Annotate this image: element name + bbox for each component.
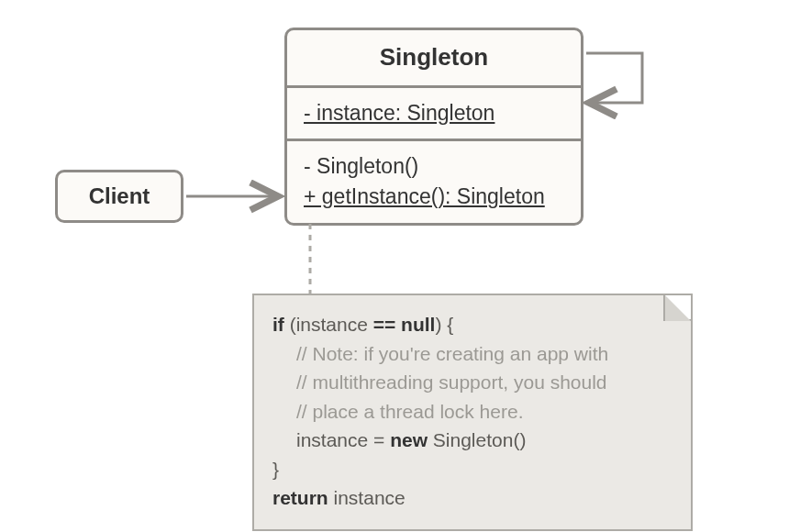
note-fold-icon (665, 295, 691, 321)
client-class-box: Client (55, 170, 183, 223)
comment-2: // multithreading support, you should (272, 368, 672, 397)
class-title-compartment: Singleton (284, 28, 583, 88)
operations-compartment: - Singleton() + getInstance(): Singleton (284, 139, 583, 226)
arrow-self-association (586, 53, 642, 103)
txt: Singleton() (428, 429, 526, 450)
singleton-class-box: Singleton - instance: Singleton - Single… (284, 28, 583, 226)
code-line-7: return instance (272, 483, 672, 513)
operation-getinstance: + getInstance(): Singleton (304, 182, 545, 212)
kw-if: if (272, 314, 284, 335)
txt: ) { (435, 314, 453, 335)
code-line-1: if (instance == null) { (272, 310, 672, 339)
kw-return: return (272, 487, 328, 508)
pseudocode-note: if (instance == null) { // Note: if you'… (252, 294, 693, 531)
class-title: Singleton (380, 40, 488, 75)
comment-3: // place a thread lock here. (272, 397, 672, 427)
kw-new: new (390, 429, 428, 450)
code-line-6: } (272, 455, 672, 484)
txt: instance (328, 487, 406, 508)
client-label: Client (89, 183, 150, 209)
operation-constructor: - Singleton() (304, 151, 418, 182)
comment-1: // Note: if you're creating an app with (272, 339, 672, 369)
code-line-5: instance = new Singleton() (272, 426, 672, 455)
attributes-compartment: - instance: Singleton (284, 85, 583, 141)
kw-eqnull: == null (373, 314, 436, 335)
attribute-instance: - instance: Singleton (304, 98, 495, 128)
txt: (instance (284, 314, 373, 335)
txt: instance = (296, 429, 390, 450)
